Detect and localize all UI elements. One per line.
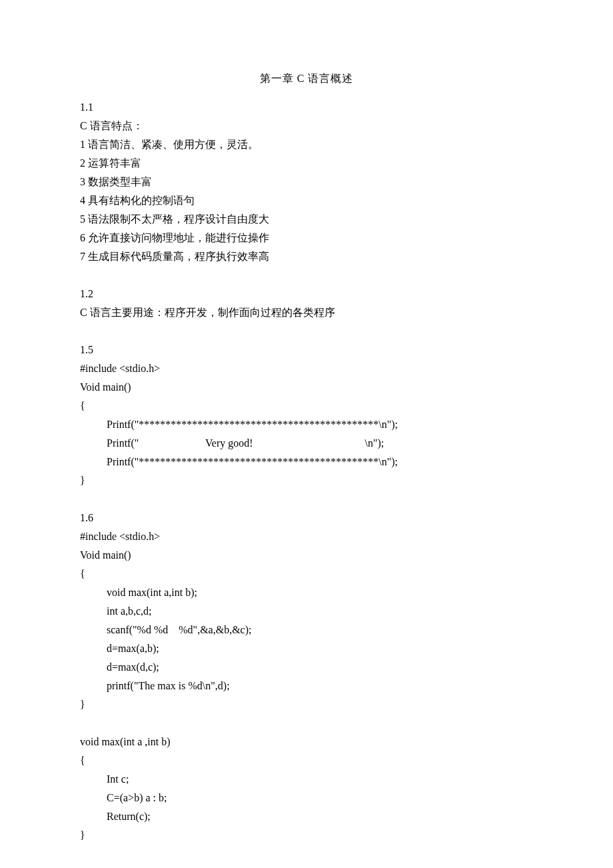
code-line: { xyxy=(80,397,533,415)
list-item: 1 语言简洁、紧凑、使用方便，灵活。 xyxy=(80,135,533,154)
section-heading: 1.2 xyxy=(80,285,533,303)
code-line: Printf(" Very good! \n"); xyxy=(80,434,533,453)
list-item: 4 具有结构化的控制语句 xyxy=(80,191,533,210)
code-line: Printf("********************************… xyxy=(80,415,533,434)
blank-line xyxy=(80,714,533,733)
code-line: { xyxy=(80,751,533,770)
section-heading: 1.1 xyxy=(80,98,533,117)
blank-line xyxy=(80,490,533,509)
section-heading: 1.5 xyxy=(80,341,533,359)
blank-line xyxy=(80,322,533,341)
list-item: 2 运算符丰富 xyxy=(80,154,533,173)
code-line: } xyxy=(80,826,533,845)
code-line: #include <stdio.h> xyxy=(80,527,533,546)
document-page: 第一章 C 语言概述 1.1 C 语言特点： 1 语言简洁、紧凑、使用方便，灵活… xyxy=(0,0,613,868)
chapter-title: 第一章 C 语言概述 xyxy=(80,72,533,86)
section-intro: C 语言特点： xyxy=(80,117,533,135)
code-line: C=(a>b) a : b; xyxy=(80,789,533,807)
code-line: Void main() xyxy=(80,378,533,397)
document-body: 1.1 C 语言特点： 1 语言简洁、紧凑、使用方便，灵活。 2 运算符丰富 3… xyxy=(80,98,533,845)
code-line: void max(int a,int b); xyxy=(80,583,533,602)
list-item: 5 语法限制不太严格，程序设计自由度大 xyxy=(80,210,533,229)
code-line: } xyxy=(80,471,533,490)
code-line: #include <stdio.h> xyxy=(80,359,533,378)
blank-line xyxy=(80,266,533,285)
code-line: d=max(d,c); xyxy=(80,658,533,677)
code-line: d=max(a,b); xyxy=(80,639,533,658)
code-line: Printf("********************************… xyxy=(80,453,533,471)
code-line: int a,b,c,d; xyxy=(80,602,533,621)
section-text: C 语言主要用途：程序开发，制作面向过程的各类程序 xyxy=(80,303,533,322)
code-line: } xyxy=(80,695,533,714)
list-item: 3 数据类型丰富 xyxy=(80,173,533,191)
code-line: Void main() xyxy=(80,546,533,565)
code-line: printf("The max is %d\n",d); xyxy=(80,677,533,695)
code-line: scanf("%d %d %d",&a,&b,&c); xyxy=(80,621,533,639)
code-line: Return(c); xyxy=(80,807,533,826)
section-heading: 1.6 xyxy=(80,509,533,527)
code-line: void max(int a ,int b) xyxy=(80,733,533,751)
list-item: 6 允许直接访问物理地址，能进行位操作 xyxy=(80,229,533,247)
code-line: Int c; xyxy=(80,770,533,789)
list-item: 7 生成目标代码质量高，程序执行效率高 xyxy=(80,247,533,266)
code-line: { xyxy=(80,565,533,583)
